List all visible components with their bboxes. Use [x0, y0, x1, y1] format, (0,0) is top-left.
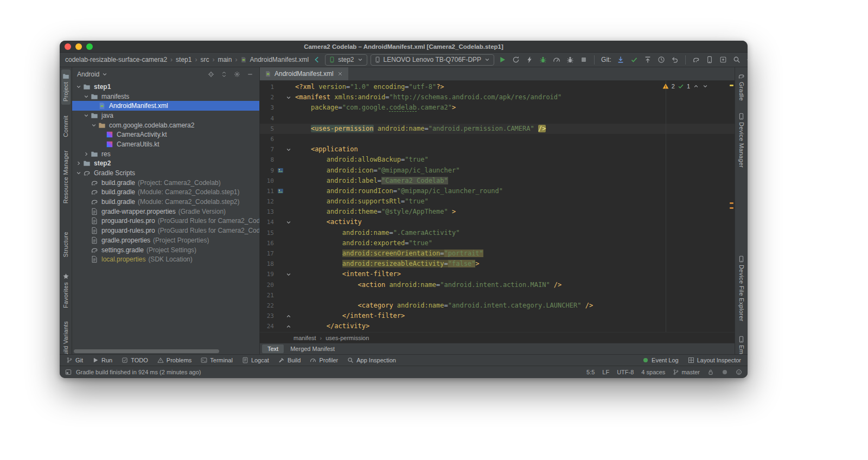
chevron-down-icon[interactable]	[90, 122, 98, 129]
tree-item-build-gradle[interactable]: build.gradle(Project: Camera2_Codelab)	[72, 178, 259, 188]
tree-item-cameraactivity-kt[interactable]: CameraActivity.kt	[72, 130, 259, 139]
code-line-12[interactable]: 12 android:supportsRtl="true"	[260, 196, 735, 207]
tree-item-gradle-wrapper-properties[interactable]: gradle-wrapper.properties(Gradle Version…	[72, 207, 259, 216]
feedback-smiley-icon[interactable]	[736, 369, 742, 375]
code-line-17[interactable]: 17 android:screenOrientation="portrait"	[260, 248, 735, 259]
locate-file-icon[interactable]	[207, 70, 215, 79]
code-line-14[interactable]: 14 <activity	[260, 217, 735, 227]
toolwindow-terminal[interactable]: Terminal	[201, 357, 233, 363]
tree-item-proguard-rules-pro[interactable]: proguard-rules.pro(ProGuard Rules for Ca…	[72, 216, 259, 226]
code-line-18[interactable]: 18 android:resizeableActivity="false">	[260, 259, 735, 269]
tree-item-build-gradle[interactable]: build.gradle(Module: Camera2_Codelab.ste…	[72, 197, 259, 207]
toolwindow-problems[interactable]: Problems	[157, 357, 192, 363]
tree-item-camerautils-kt[interactable]: CameraUtils.kt	[72, 139, 259, 149]
inspections-widget[interactable]: 2 1	[662, 83, 709, 90]
code-line-19[interactable]: 19 <intent-filter>	[260, 269, 735, 279]
breadcrumb-androidmanifest-xml[interactable]: AndroidManifest.xml	[250, 56, 309, 63]
tree-item-step2[interactable]: step2	[72, 159, 259, 169]
tree-item-androidmanifest-xml[interactable]: AndroidManifest.xml	[72, 101, 259, 111]
tree-item-settings-gradle[interactable]: settings.gradle(Project Settings)	[72, 245, 259, 255]
tool-strip-emulator[interactable]: Emulator	[737, 333, 746, 354]
tool-strip-gradle[interactable]: Gradle	[737, 69, 746, 104]
tool-strip-device-manager[interactable]: Device Manager	[737, 110, 746, 171]
code-line-15[interactable]: 15 android:name=".CameraActivity"	[260, 228, 735, 238]
drawable-preview-icon[interactable]	[277, 167, 284, 174]
run-icon[interactable]	[497, 55, 507, 65]
toolwindow-event-log[interactable]: Event Log	[642, 357, 679, 363]
run-config-selector[interactable]: step2	[325, 54, 367, 66]
code-line-9[interactable]: 9 android:icon="@mipmap/ic_launcher"	[260, 165, 735, 176]
breadcrumb-step1[interactable]: step1	[176, 56, 192, 63]
search-everywhere-icon[interactable]	[732, 55, 742, 65]
tool-strip-device-file-explorer[interactable]: Device File Explorer	[737, 252, 746, 324]
project-view-selector[interactable]: Android	[77, 71, 108, 78]
editor-tab-androidmanifest[interactable]: AndroidManifest.xml	[260, 67, 348, 80]
stop-icon[interactable]	[579, 55, 589, 65]
code-line-6[interactable]: 6	[260, 134, 735, 144]
attach-debugger-icon[interactable]	[565, 55, 575, 65]
code-line-5[interactable]: 5 <uses-permission android:name="android…	[260, 124, 735, 134]
toolwindow-logcat[interactable]: Logcat	[242, 357, 269, 363]
prev-issue-icon[interactable]	[693, 83, 699, 90]
code-line-2[interactable]: 2<manifest xmlns:android="http://schemas…	[260, 92, 735, 103]
view-tab-text[interactable]: Text	[262, 344, 284, 353]
breadcrumb-codelab-resizable-surface-camera2[interactable]: codelab-resizable-surface-camera2	[65, 56, 167, 63]
tree-item-gradle-properties[interactable]: gradle.properties(Project Properties)	[72, 235, 259, 245]
close-window-button[interactable]	[65, 43, 71, 50]
tree-item-build-gradle[interactable]: build.gradle(Module: Camera2_Codelab.ste…	[72, 188, 259, 197]
tool-strip-build-variants[interactable]: Build Variants	[61, 318, 70, 354]
code-line-23[interactable]: 23 </intent-filter>	[260, 311, 735, 321]
chevron-down-icon[interactable]	[74, 170, 82, 176]
code-line-24[interactable]: 24 </activity>	[260, 321, 735, 331]
indent-style[interactable]: 4 spaces	[641, 369, 665, 375]
fold-region-icon[interactable]	[285, 146, 292, 153]
sdk-manager-icon[interactable]	[718, 55, 728, 65]
toolwindow-profiler[interactable]: Profiler	[310, 357, 338, 363]
code-line-20[interactable]: 20 <action android:name="android.intent.…	[260, 280, 735, 290]
line-separator[interactable]: LF	[602, 369, 609, 375]
chevron-right-icon[interactable]	[82, 151, 90, 157]
tree-item-manifests[interactable]: manifests	[72, 92, 259, 101]
caret-position[interactable]: 5:5	[586, 369, 595, 375]
push-icon[interactable]	[643, 55, 653, 65]
code-line-16[interactable]: 16 android:exported="true"	[260, 238, 735, 248]
device-manager-icon[interactable]	[705, 55, 714, 65]
toolwindow-git[interactable]: Git	[66, 357, 83, 363]
tree-item-proguard-rules-pro[interactable]: proguard-rules.pro(ProGuard Rules for Ca…	[72, 226, 259, 235]
history-icon[interactable]	[656, 55, 666, 65]
tool-strip-project[interactable]: Project	[61, 69, 71, 105]
rollback-icon[interactable]	[670, 55, 680, 65]
chevron-down-icon[interactable]	[82, 112, 90, 119]
navigate-back-icon[interactable]	[312, 55, 322, 65]
settings-icon[interactable]	[745, 55, 748, 65]
collapse-all-icon[interactable]	[220, 70, 228, 79]
tool-strip-resource-manager[interactable]: Resource Manager	[61, 147, 70, 207]
code-line-10[interactable]: 10 android:label="Camera2 Codelab"	[260, 176, 735, 186]
update-project-icon[interactable]	[616, 55, 626, 65]
tool-strip-commit[interactable]: Commit	[61, 112, 70, 140]
toolwindow-app-inspection[interactable]: App Inspection	[347, 357, 396, 363]
tree-item-gradle-scripts[interactable]: Gradle Scripts	[72, 168, 259, 178]
code-line-11[interactable]: 11 android:roundIcon="@mipmap/ic_launche…	[260, 186, 735, 196]
file-encoding[interactable]: UTF-8	[617, 369, 634, 375]
git-branch-widget[interactable]: master	[673, 369, 700, 375]
commit-icon[interactable]	[629, 55, 639, 65]
apply-code-changes-icon[interactable]	[525, 55, 534, 65]
code-line-21[interactable]: 21	[260, 290, 735, 301]
view-tab-merged-manifest[interactable]: Merged Manifest	[285, 344, 340, 353]
chevron-right-icon[interactable]	[74, 160, 82, 167]
fold-region-icon[interactable]	[285, 323, 292, 330]
apply-changes-icon[interactable]	[511, 55, 521, 65]
breadcrumb-src[interactable]: src	[200, 56, 209, 63]
fold-region-icon[interactable]	[285, 271, 292, 278]
next-issue-icon[interactable]	[702, 83, 709, 90]
hide-panel-icon[interactable]	[246, 70, 254, 79]
background-tasks-icon[interactable]	[722, 369, 728, 375]
code-line-22[interactable]: 22 <category android:name="android.inten…	[260, 301, 735, 311]
close-tab-icon[interactable]	[337, 71, 343, 77]
fold-region-icon[interactable]	[285, 313, 292, 320]
editor-breadcrumb-manifest[interactable]: manifest	[293, 335, 316, 341]
panel-settings-icon[interactable]	[233, 70, 241, 79]
lock-icon[interactable]	[707, 369, 714, 375]
chevron-down-icon[interactable]	[74, 84, 82, 90]
